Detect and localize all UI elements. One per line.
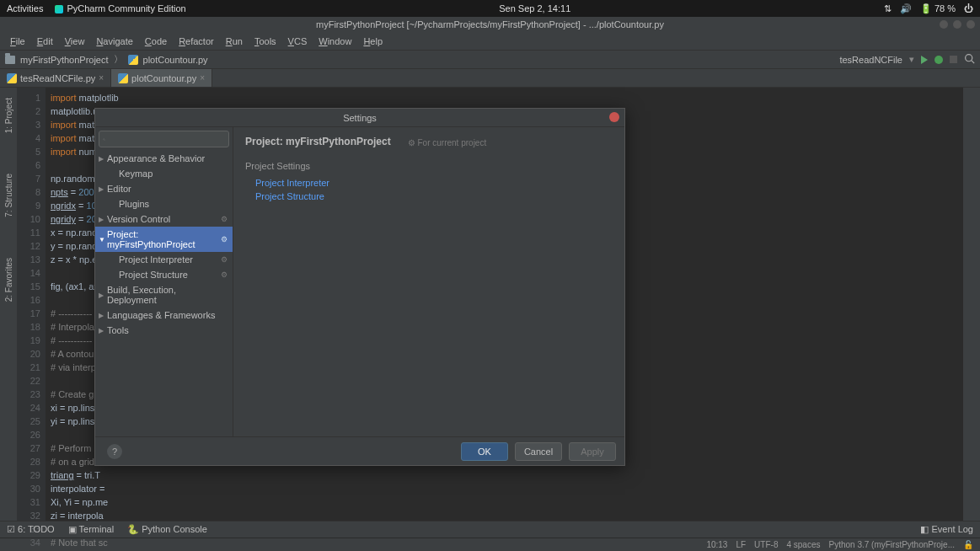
run-config-selector[interactable]: tesReadNCFile: [839, 55, 902, 65]
folder-icon: [5, 56, 15, 64]
tree-item-label: Project: myFirstPythonProject: [107, 229, 217, 249]
settings-tree-item[interactable]: Keymap: [95, 166, 233, 181]
tree-item-label: Project Interpreter: [119, 254, 193, 265]
editor-tabstrip: tesReadNCFile.py×plotCountour.py×: [0, 69, 980, 88]
status-caret-pos[interactable]: 10:13: [706, 540, 727, 549]
status-indent[interactable]: 4 spaces: [786, 540, 820, 549]
search-icon[interactable]: [964, 53, 975, 66]
tool-todo[interactable]: ☑ 6: TODO: [7, 524, 55, 535]
network-icon[interactable]: ⇅: [884, 3, 892, 14]
menu-navigate[interactable]: Navigate: [91, 35, 137, 48]
settings-link[interactable]: Project Interpreter: [245, 176, 613, 190]
stop-icon[interactable]: [950, 56, 957, 63]
help-button[interactable]: ?: [107, 444, 122, 459]
toolwindow-tab[interactable]: 1: Project: [3, 94, 15, 136]
gear-icon: ⚙: [221, 235, 228, 243]
menu-vcs[interactable]: VCS: [283, 35, 313, 48]
editor-tab[interactable]: plotCountour.py×: [111, 69, 212, 87]
nav-bar: myFirstPythonProject 〉 plotCountour.py t…: [0, 51, 980, 69]
expand-arrow-icon: ▶: [99, 185, 104, 193]
tool-python-console[interactable]: 🐍 Python Console: [127, 524, 207, 535]
tree-item-label: Editor: [107, 184, 131, 194]
status-encoding[interactable]: UTF-8: [754, 540, 778, 549]
settings-tree-item[interactable]: Project Structure⚙: [95, 267, 233, 282]
expand-arrow-icon: ▶: [99, 155, 104, 163]
settings-tree-item[interactable]: ▼Project: myFirstPythonProject⚙: [95, 227, 233, 252]
breadcrumb-sep: 〉: [114, 53, 123, 66]
settings-tree-item[interactable]: ▶Version Control⚙: [95, 211, 233, 227]
dialog-close-button[interactable]: [609, 112, 619, 122]
status-line-sep[interactable]: LF: [736, 540, 746, 549]
volume-icon[interactable]: 🔊: [900, 3, 912, 14]
status-lock-icon[interactable]: 🔓: [963, 540, 973, 549]
chevron-down-icon[interactable]: ▾: [909, 54, 914, 65]
menu-refactor[interactable]: Refactor: [174, 35, 219, 48]
tree-item-label: Languages & Frameworks: [107, 310, 215, 320]
toolwindow-tab[interactable]: 7: Structure: [3, 170, 15, 221]
settings-search[interactable]: [99, 131, 229, 147]
dialog-titlebar: Settings: [95, 109, 624, 127]
clock[interactable]: Sen Sep 2, 14:11: [186, 3, 884, 13]
settings-content: Project: myFirstPythonProject ⚙ For curr…: [233, 127, 624, 436]
menu-bar: FileEditViewNavigateCodeRefactorRunTools…: [0, 32, 980, 51]
battery-indicator[interactable]: 🔋 78 %: [920, 3, 956, 14]
power-icon[interactable]: ⏻: [964, 3, 973, 13]
menu-view[interactable]: View: [60, 35, 90, 48]
status-bar: 10:13 LF UTF-8 4 spaces Python 3.7 (myFi…: [0, 538, 980, 551]
tree-item-label: Project Structure: [119, 270, 188, 280]
breadcrumb-file[interactable]: plotCountour.py: [143, 55, 208, 65]
run-icon[interactable]: [921, 56, 928, 64]
minimize-button[interactable]: [940, 20, 948, 29]
menu-run[interactable]: Run: [221, 35, 248, 48]
settings-tree-item[interactable]: ▶Appearance & Behavior: [95, 151, 233, 166]
close-icon[interactable]: ×: [99, 73, 104, 83]
ok-button[interactable]: OK: [461, 442, 508, 461]
project-settings-subhead: Project Settings: [245, 161, 613, 171]
close-icon[interactable]: ×: [200, 73, 205, 83]
menu-window[interactable]: Window: [313, 35, 356, 48]
dialog-title: Settings: [343, 113, 377, 123]
dialog-footer: ? OK Cancel Apply: [95, 436, 624, 465]
cancel-button[interactable]: Cancel: [515, 442, 562, 461]
settings-tree-item[interactable]: ▶Editor: [95, 181, 233, 196]
settings-search-input[interactable]: [105, 134, 225, 144]
debug-icon[interactable]: [934, 56, 943, 64]
close-button[interactable]: [967, 20, 975, 29]
window-titlebar: myFirstPythonProject [~/PycharmProjects/…: [0, 17, 980, 32]
activities-button[interactable]: Activities: [7, 3, 43, 13]
apply-button[interactable]: Apply: [569, 442, 616, 461]
settings-link[interactable]: Project Structure: [245, 190, 613, 203]
tool-terminal[interactable]: ▣ Terminal: [68, 524, 114, 535]
menu-help[interactable]: Help: [358, 35, 388, 48]
menu-tools[interactable]: Tools: [249, 35, 281, 48]
maximize-button[interactable]: [953, 20, 961, 29]
tab-label: plotCountour.py: [131, 73, 196, 83]
svg-point-0: [966, 55, 972, 62]
settings-sidebar: ▶Appearance & BehaviorKeymap▶EditorPlugi…: [95, 127, 233, 436]
tree-item-label: Build, Execution, Deployment: [107, 285, 228, 305]
expand-arrow-icon: ▶: [99, 216, 104, 223]
menu-file[interactable]: File: [5, 35, 30, 48]
settings-tree-item[interactable]: Plugins: [95, 196, 233, 211]
menu-code[interactable]: Code: [140, 35, 172, 48]
tree-item-label: Plugins: [119, 199, 149, 209]
tree-item-label: Tools: [107, 325, 129, 335]
for-current-project-label: ⚙ For current project: [408, 138, 486, 147]
expand-arrow-icon: ▶: [99, 327, 104, 334]
breadcrumb-project[interactable]: myFirstPythonProject: [20, 55, 109, 65]
toolwindow-tab[interactable]: 2: Favorites: [3, 254, 15, 305]
settings-tree-item[interactable]: ▶Build, Execution, Deployment: [95, 282, 233, 308]
settings-tree-item[interactable]: ▶Tools: [95, 323, 233, 338]
expand-arrow-icon: ▶: [99, 292, 104, 299]
bottom-toolbar: ☑ 6: TODO ▣ Terminal 🐍 Python Console ◧ …: [0, 521, 980, 538]
menu-edit[interactable]: Edit: [32, 35, 58, 48]
app-indicator[interactable]: PyCharm Community Edition: [55, 3, 185, 13]
settings-tree-item[interactable]: ▶Languages & Frameworks: [95, 308, 233, 323]
tool-event-log[interactable]: ◧ Event Log: [920, 524, 973, 535]
editor-tab[interactable]: tesReadNCFile.py×: [0, 69, 111, 87]
window-title: myFirstPythonProject [~/PycharmProjects/…: [316, 19, 664, 29]
settings-tree-item[interactable]: Project Interpreter⚙: [95, 252, 233, 267]
tree-item-label: Keymap: [119, 169, 153, 179]
status-interpreter[interactable]: Python 3.7 (myFirstPythonProje...: [828, 540, 955, 549]
expand-arrow-icon: ▶: [99, 312, 104, 319]
